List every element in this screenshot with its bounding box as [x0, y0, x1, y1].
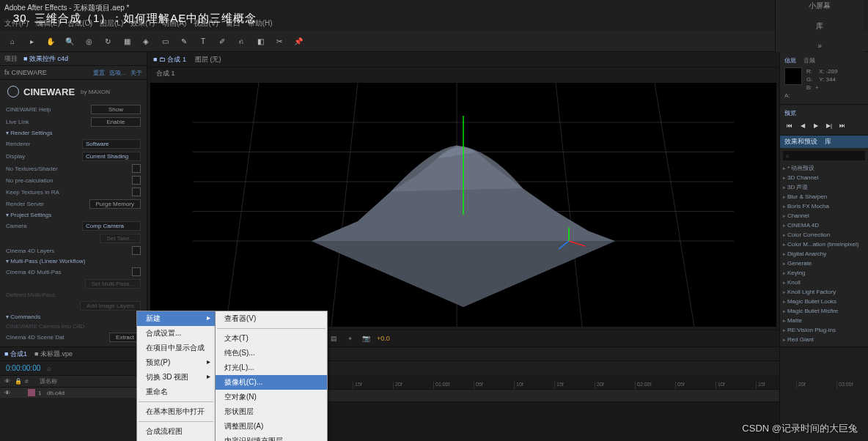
project-settings-section[interactable]: ▾ Project Settings: [0, 210, 147, 220]
fx-category-item[interactable]: Digital Anarchy: [783, 249, 865, 259]
puppet-tool[interactable]: 📌: [292, 34, 305, 48]
effects-preset-list[interactable]: * 动画预设3D Channel3D 声道Blur & SharpenBoris…: [780, 163, 868, 346]
menu-item[interactable]: 在基本图形中打开: [137, 404, 215, 419]
menu-item[interactable]: 纯色(S)...: [216, 346, 327, 360]
workspace-lib[interactable]: 库: [816, 21, 823, 32]
text-tool[interactable]: T: [196, 34, 210, 48]
time-offset[interactable]: +0.0: [377, 335, 390, 342]
display-select[interactable]: Current Shading: [82, 152, 141, 161]
fx-category-item[interactable]: Boris FX Mocha: [783, 201, 865, 211]
fx-category-item[interactable]: * 动画预设: [783, 163, 865, 173]
tab-effects-presets[interactable]: 效果和预设: [784, 137, 817, 147]
menu-item[interactable]: 空对象(N): [216, 390, 327, 404]
fx-category-item[interactable]: Color M...ation (timeinpixel): [783, 240, 865, 249]
about-link[interactable]: 关于: [130, 69, 142, 77]
fx-category-item[interactable]: Red Giant: [783, 335, 865, 344]
menu-item[interactable]: 新建▸: [137, 311, 215, 326]
play-button[interactable]: ▶: [811, 120, 821, 130]
fx-category-item[interactable]: CINEMA 4D: [783, 220, 865, 230]
camera-tool[interactable]: ▦: [120, 34, 133, 48]
workspace-small[interactable]: 小屏幕: [809, 1, 831, 11]
fx-category-item[interactable]: Magic Bullet Looks: [783, 297, 865, 306]
fx-category-item[interactable]: Knoll: [783, 278, 865, 287]
eraser-tool[interactable]: ◧: [254, 34, 267, 48]
menu-item[interactable]: 灯光(L)...: [216, 360, 327, 375]
menu-item[interactable]: 重命名: [137, 385, 215, 399]
menu-item[interactable]: 调整图层(A): [216, 419, 327, 434]
renderer-select[interactable]: Software: [82, 139, 141, 149]
last-frame-button[interactable]: ⏭: [837, 120, 847, 130]
fx-category-item[interactable]: Magic Bullet Misfire: [783, 306, 865, 316]
timeline-search[interactable]: ⌕: [47, 364, 51, 372]
fx-category-item[interactable]: Color Correction: [783, 230, 865, 240]
options-link[interactable]: 选项...: [109, 69, 126, 77]
menu-item[interactable]: 切换 3D 视图▸: [137, 370, 215, 385]
prev-frame-button[interactable]: ◀: [798, 120, 808, 130]
comp-breadcrumb[interactable]: 合成 1: [156, 70, 175, 77]
timecode-display[interactable]: 0:00:00:00: [6, 364, 40, 372]
clone-tool[interactable]: ⎌: [235, 34, 248, 48]
tab-layer[interactable]: 图层 (无): [195, 55, 221, 64]
menu-item[interactable]: 合成流程图: [137, 424, 215, 439]
camera-select[interactable]: Comp Camera: [82, 221, 141, 231]
col-source-name[interactable]: 源名称: [40, 377, 57, 385]
tab-preview[interactable]: 预览: [784, 110, 796, 116]
commands-section[interactable]: ▾ Commands: [0, 312, 147, 322]
menu-item[interactable]: 合成设置...: [137, 326, 215, 341]
menu-item[interactable]: 形状图层: [216, 404, 327, 419]
camera-icon[interactable]: 📷: [361, 333, 371, 344]
pen-tool[interactable]: ✎: [177, 34, 191, 48]
c4dlayers-checkbox[interactable]: [132, 246, 141, 255]
effect-cineware-header[interactable]: fx CINEWARE: [4, 69, 47, 76]
menu-item[interactable]: 查看器(V): [216, 311, 327, 326]
first-frame-button[interactable]: ⏮: [784, 120, 795, 130]
menu-item[interactable]: 文本(T): [216, 331, 327, 346]
next-frame-button[interactable]: ▶|: [824, 120, 834, 130]
multipass-section[interactable]: ▾ Multi-Pass (Linear Workflow): [0, 256, 147, 266]
lock-icon[interactable]: 🔒: [15, 378, 25, 385]
menu-item[interactable]: 内容识别填充图层...: [216, 434, 327, 441]
brush-tool[interactable]: ✐: [216, 34, 229, 48]
tab-project[interactable]: 项目: [4, 54, 18, 64]
tab-composition[interactable]: ■ 🗀 合成 1: [153, 55, 186, 64]
home-icon[interactable]: ⌂: [6, 34, 19, 48]
help-show-button[interactable]: Show: [91, 105, 141, 114]
menu-item[interactable]: 在项目中显示合成: [137, 341, 215, 355]
timeline-tab-comp1[interactable]: ■ 合成1: [4, 349, 27, 359]
livelink-enable-button[interactable]: Enable: [91, 117, 141, 127]
composition-viewport[interactable]: [150, 83, 776, 327]
view-opt-icon[interactable]: ▤: [328, 333, 339, 344]
fx-category-item[interactable]: Knoll Light Factory: [783, 287, 865, 297]
render-settings-section[interactable]: ▾ Render Settings: [0, 128, 147, 138]
roto-tool[interactable]: ✂: [273, 34, 286, 48]
fx-category-item[interactable]: Blur & Sharpen: [783, 192, 865, 201]
timeline-tab-untitled[interactable]: ■ 未标题.vpe: [34, 349, 73, 359]
fx-category-item[interactable]: RE:Vision Plug-ins: [783, 325, 865, 335]
keeptex-checkbox[interactable]: [132, 188, 141, 196]
menu-item[interactable]: 预览(P)▸: [137, 355, 215, 370]
shape-tool[interactable]: ▭: [158, 34, 172, 48]
selection-tool[interactable]: ▸: [25, 34, 38, 48]
c4dmulti-checkbox[interactable]: [132, 267, 141, 276]
tab-audio[interactable]: 音频: [803, 56, 815, 64]
fx-category-item[interactable]: 3D Channel: [783, 173, 865, 182]
fx-category-item[interactable]: Keying: [783, 268, 865, 278]
effects-search-input[interactable]: ⌕: [783, 151, 865, 160]
eye-icon[interactable]: 👁: [4, 378, 15, 385]
context-menu-submenu[interactable]: 查看器(V)文本(T)纯色(S)...灯光(L)...摄像机(C)...空对象(…: [215, 311, 328, 441]
nopre-checkbox[interactable]: [132, 176, 141, 185]
rotate-tool[interactable]: ↻: [101, 34, 114, 48]
reset-link[interactable]: 重置: [93, 69, 105, 77]
panbehind-tool[interactable]: ◈: [139, 34, 152, 48]
snap-icon[interactable]: ⌖: [345, 333, 355, 344]
fx-category-item[interactable]: Channel: [783, 211, 865, 220]
tab-library[interactable]: 库: [825, 137, 831, 147]
tab-info[interactable]: 信息: [784, 56, 796, 64]
menu-item[interactable]: 摄像机(C)...: [216, 375, 327, 390]
purge-memory-button[interactable]: Purge Memory: [89, 199, 141, 209]
context-menu-primary[interactable]: 新建▸合成设置...在项目中显示合成预览(P)▸切换 3D 视图▸重命名在基本图…: [136, 311, 216, 441]
fx-category-item[interactable]: Red Giant Psunami: [783, 344, 865, 346]
fx-category-item[interactable]: Matte: [783, 316, 865, 325]
tab-effect-controls[interactable]: ■ 效果控件 c4d: [23, 54, 68, 64]
fx-category-item[interactable]: Generate: [783, 259, 865, 268]
